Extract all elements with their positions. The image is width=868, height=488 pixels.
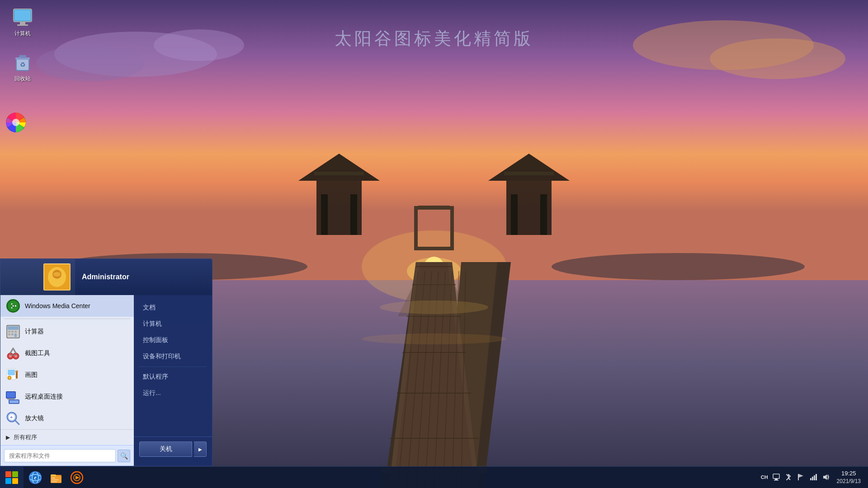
recycle-bin-icon: ♻	[12, 52, 33, 73]
menu-item-mag[interactable]: + 放大镜	[0, 408, 134, 429]
start-menu: Administrator Windows Media Center	[0, 258, 212, 466]
svg-rect-126	[816, 474, 817, 480]
svg-rect-88	[8, 370, 15, 375]
shutdown-arrow-icon: ▶	[198, 447, 202, 452]
user-name: Administrator	[75, 259, 212, 295]
svg-line-17	[407, 271, 425, 488]
svg-rect-125	[814, 475, 815, 480]
svg-point-4	[424, 257, 444, 277]
clock-time: 19:25	[837, 469, 861, 478]
search-button[interactable]: 🔍	[118, 450, 130, 462]
menu-item-devices[interactable]: 设备和打印机	[134, 348, 212, 365]
mag-label: 放大镜	[25, 414, 44, 422]
menu-item-computer[interactable]: 计算机	[134, 316, 212, 332]
svg-rect-34	[314, 172, 364, 175]
menu-item-snip[interactable]: 截图工具	[0, 343, 134, 364]
svg-line-20	[434, 271, 445, 488]
windows-logo-icon	[5, 471, 18, 484]
svg-point-44	[362, 333, 506, 344]
svg-point-43	[380, 300, 488, 314]
tray-screen-icon[interactable]	[771, 474, 782, 481]
svg-line-16	[398, 271, 418, 488]
svg-rect-74	[8, 331, 10, 333]
svg-marker-15	[393, 262, 475, 488]
tray-volume-icon[interactable]	[821, 474, 831, 481]
svg-point-5	[54, 32, 217, 77]
svg-point-70	[12, 305, 14, 307]
svg-line-19	[425, 271, 439, 488]
svg-text:e: e	[34, 474, 37, 481]
tray-network-bars-icon[interactable]	[808, 474, 819, 481]
taskbar-mediaplayer[interactable]	[67, 469, 87, 487]
menu-item-docs[interactable]: 文档	[134, 300, 212, 316]
menu-divider-1	[4, 319, 130, 319]
calc-icon	[6, 324, 20, 339]
svg-marker-10	[384, 262, 452, 488]
menu-item-paint[interactable]: 画图	[0, 364, 134, 386]
svg-point-8	[633, 20, 814, 70]
svg-point-6	[36, 45, 145, 81]
svg-rect-90	[16, 371, 18, 379]
svg-point-2	[362, 230, 506, 303]
paint-icon	[6, 368, 20, 382]
svg-marker-122	[799, 474, 803, 478]
start-button[interactable]	[0, 467, 24, 488]
menu-item-wmc[interactable]: Windows Media Center	[0, 295, 134, 317]
svg-rect-35	[506, 181, 552, 235]
svg-rect-93	[8, 375, 14, 375]
calc-label: 计算器	[25, 328, 44, 336]
shutdown-button[interactable]: 关机	[139, 441, 192, 457]
svg-rect-76	[14, 331, 17, 333]
desktop-small-icon[interactable]	[5, 111, 27, 134]
tray-bluetooth-icon[interactable]	[783, 474, 793, 481]
menu-item-rdp[interactable]: 远程桌面连接	[0, 386, 134, 408]
shutdown-arrow-button[interactable]: ▶	[194, 441, 207, 457]
svg-rect-121	[798, 474, 799, 480]
svg-marker-13	[443, 262, 497, 488]
svg-marker-14	[389, 262, 479, 488]
search-input[interactable]	[4, 449, 116, 462]
desktop-icon-recycle[interactable]: ♻ 回收站	[5, 50, 41, 84]
svg-line-21	[443, 271, 452, 488]
clock-date: 2021/9/13	[837, 478, 861, 485]
svg-text:+: +	[10, 414, 13, 420]
svg-marker-11	[393, 262, 443, 488]
svg-rect-73	[8, 326, 19, 330]
svg-rect-91	[15, 371, 18, 372]
svg-point-3	[407, 258, 461, 285]
svg-rect-120	[774, 480, 778, 481]
computer-icon-label: 计算机	[14, 30, 31, 38]
svg-marker-31	[298, 154, 380, 181]
menu-item-run[interactable]: 运行...	[134, 385, 212, 401]
svg-rect-113	[52, 481, 57, 482]
svg-rect-57	[19, 55, 26, 58]
wmc-icon	[6, 299, 20, 313]
user-photo-area[interactable]	[0, 259, 75, 295]
svg-point-7	[154, 29, 244, 61]
svg-point-46	[552, 253, 805, 280]
taskbar-ie[interactable]: e	[25, 469, 45, 487]
menu-item-defaults[interactable]: 默认程序	[134, 369, 212, 385]
right-divider	[139, 366, 207, 367]
menu-item-control[interactable]: 控制面板	[134, 332, 212, 348]
computer-icon	[12, 6, 33, 28]
shutdown-area: 关机 ▶	[134, 436, 212, 461]
start-menu-body: Windows Media Center	[0, 295, 212, 466]
clock[interactable]: 19:25 2021/9/13	[833, 469, 864, 485]
taskbar-explorer[interactable]	[46, 469, 66, 487]
menu-item-calc[interactable]: 计算器	[0, 321, 134, 343]
svg-point-9	[710, 38, 845, 79]
tray-language[interactable]: CH	[760, 474, 769, 480]
svg-rect-41	[418, 206, 450, 209]
start-menu-left: Windows Media Center	[0, 295, 134, 466]
tray-network-icon[interactable]	[795, 474, 806, 481]
all-programs-button[interactable]: ▶ 所有程序	[0, 429, 134, 445]
search-bar: 🔍	[0, 445, 134, 466]
recycle-bin-label: 回收站	[14, 75, 31, 83]
paint-label: 画图	[25, 371, 38, 379]
svg-rect-40	[416, 208, 452, 249]
all-programs-label: 所有程序	[14, 433, 37, 441]
svg-rect-78	[11, 333, 14, 335]
desktop-icon-computer[interactable]: 计算机	[5, 5, 41, 39]
all-programs-arrow-icon: ▶	[6, 434, 10, 441]
